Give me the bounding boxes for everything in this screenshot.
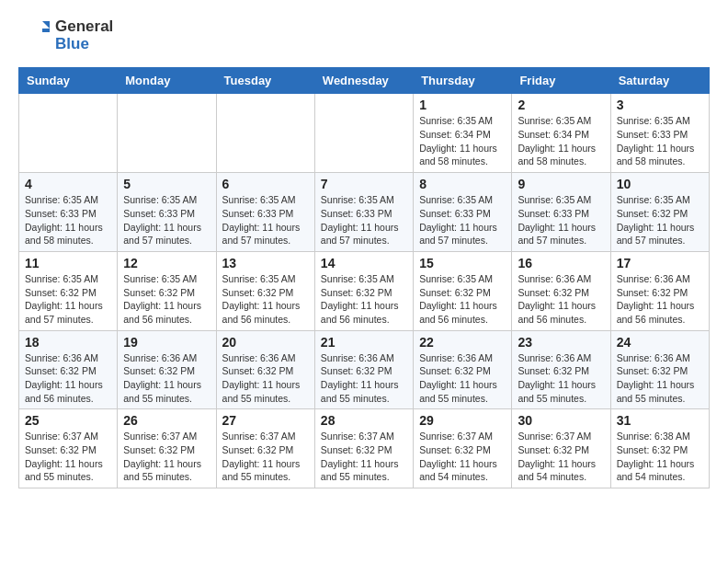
day-number: 29 (419, 413, 506, 428)
calendar-cell: 21Sunrise: 6:36 AM Sunset: 6:32 PM Dayli… (314, 330, 413, 409)
calendar-cell: 16Sunrise: 6:36 AM Sunset: 6:32 PM Dayli… (512, 251, 610, 330)
calendar-cell: 25Sunrise: 6:37 AM Sunset: 6:32 PM Dayli… (19, 409, 118, 488)
calendar-cell: 11Sunrise: 6:35 AM Sunset: 6:32 PM Dayli… (19, 251, 118, 330)
day-number: 11 (25, 256, 111, 270)
day-detail: Sunrise: 6:35 AM Sunset: 6:33 PM Dayligh… (222, 193, 309, 247)
day-number: 13 (222, 256, 309, 270)
day-detail: Sunrise: 6:35 AM Sunset: 6:33 PM Dayligh… (419, 193, 506, 247)
day-detail: Sunrise: 6:35 AM Sunset: 6:33 PM Dayligh… (25, 193, 111, 247)
day-number: 9 (518, 177, 604, 191)
calendar-cell: 29Sunrise: 6:37 AM Sunset: 6:32 PM Dayli… (414, 409, 512, 488)
day-detail: Sunrise: 6:35 AM Sunset: 6:32 PM Dayligh… (123, 272, 210, 327)
day-detail: Sunrise: 6:38 AM Sunset: 6:32 PM Dayligh… (617, 430, 703, 484)
logo: General Blue (18, 18, 113, 52)
day-detail: Sunrise: 6:37 AM Sunset: 6:32 PM Dayligh… (321, 430, 407, 484)
day-number: 23 (518, 335, 604, 350)
calendar-cell: 10Sunrise: 6:35 AM Sunset: 6:32 PM Dayli… (610, 173, 709, 252)
calendar-cell (118, 94, 216, 173)
day-number: 28 (321, 413, 407, 428)
calendar-cell: 15Sunrise: 6:35 AM Sunset: 6:32 PM Dayli… (414, 251, 512, 330)
day-number: 15 (419, 256, 506, 270)
day-detail: Sunrise: 6:35 AM Sunset: 6:33 PM Dayligh… (617, 114, 703, 168)
day-of-week-header: Friday (512, 68, 610, 94)
day-number: 31 (617, 413, 703, 428)
day-number: 4 (25, 177, 111, 191)
logo-svg (18, 19, 51, 52)
day-number: 10 (617, 177, 703, 191)
calendar-cell: 19Sunrise: 6:36 AM Sunset: 6:32 PM Dayli… (118, 330, 216, 409)
day-number: 30 (518, 413, 604, 428)
svg-rect-2 (42, 29, 50, 32)
day-detail: Sunrise: 6:37 AM Sunset: 6:32 PM Dayligh… (123, 430, 210, 484)
day-detail: Sunrise: 6:35 AM Sunset: 6:34 PM Dayligh… (419, 114, 506, 168)
calendar-cell: 5Sunrise: 6:35 AM Sunset: 6:33 PM Daylig… (118, 173, 216, 252)
calendar-cell: 27Sunrise: 6:37 AM Sunset: 6:32 PM Dayli… (216, 409, 314, 488)
calendar-cell: 24Sunrise: 6:36 AM Sunset: 6:32 PM Dayli… (610, 330, 709, 409)
day-detail: Sunrise: 6:35 AM Sunset: 6:33 PM Dayligh… (518, 193, 604, 247)
day-detail: Sunrise: 6:36 AM Sunset: 6:32 PM Dayligh… (419, 351, 506, 406)
calendar-cell: 1Sunrise: 6:35 AM Sunset: 6:34 PM Daylig… (414, 94, 512, 173)
day-detail: Sunrise: 6:36 AM Sunset: 6:32 PM Dayligh… (222, 351, 309, 406)
day-number: 26 (123, 413, 210, 428)
day-number: 19 (123, 335, 210, 350)
day-of-week-header: Thursday (414, 68, 512, 94)
calendar-cell: 14Sunrise: 6:35 AM Sunset: 6:32 PM Dayli… (314, 251, 413, 330)
day-number: 2 (518, 98, 604, 112)
calendar-cell (19, 94, 118, 173)
calendar-cell: 22Sunrise: 6:36 AM Sunset: 6:32 PM Dayli… (414, 330, 512, 409)
calendar-cell: 18Sunrise: 6:36 AM Sunset: 6:32 PM Dayli… (19, 330, 118, 409)
calendar-cell (216, 94, 314, 173)
day-number: 12 (123, 256, 210, 270)
calendar-cell: 23Sunrise: 6:36 AM Sunset: 6:32 PM Dayli… (512, 330, 610, 409)
day-number: 7 (321, 177, 407, 191)
day-number: 1 (419, 98, 506, 112)
calendar-cell: 3Sunrise: 6:35 AM Sunset: 6:33 PM Daylig… (610, 94, 709, 173)
day-detail: Sunrise: 6:35 AM Sunset: 6:32 PM Dayligh… (419, 272, 506, 327)
calendar-cell: 31Sunrise: 6:38 AM Sunset: 6:32 PM Dayli… (610, 409, 709, 488)
day-of-week-header: Monday (118, 68, 216, 94)
calendar-cell: 12Sunrise: 6:35 AM Sunset: 6:32 PM Dayli… (118, 251, 216, 330)
calendar-cell: 28Sunrise: 6:37 AM Sunset: 6:32 PM Dayli… (314, 409, 413, 488)
day-number: 24 (617, 335, 703, 350)
day-detail: Sunrise: 6:36 AM Sunset: 6:32 PM Dayligh… (518, 351, 604, 406)
calendar-cell: 30Sunrise: 6:37 AM Sunset: 6:32 PM Dayli… (512, 409, 610, 488)
day-detail: Sunrise: 6:37 AM Sunset: 6:32 PM Dayligh… (518, 430, 604, 484)
logo-blue-text: Blue (55, 36, 113, 53)
calendar-cell: 7Sunrise: 6:35 AM Sunset: 6:33 PM Daylig… (314, 173, 413, 252)
day-detail: Sunrise: 6:36 AM Sunset: 6:32 PM Dayligh… (123, 351, 210, 406)
day-number: 27 (222, 413, 309, 428)
day-detail: Sunrise: 6:36 AM Sunset: 6:32 PM Dayligh… (518, 272, 604, 327)
day-number: 6 (222, 177, 309, 191)
day-detail: Sunrise: 6:35 AM Sunset: 6:33 PM Dayligh… (321, 193, 407, 247)
day-number: 16 (518, 256, 604, 270)
day-detail: Sunrise: 6:35 AM Sunset: 6:32 PM Dayligh… (25, 272, 111, 327)
day-number: 21 (321, 335, 407, 350)
logo-general-text: General (55, 18, 113, 36)
day-detail: Sunrise: 6:36 AM Sunset: 6:32 PM Dayligh… (25, 351, 111, 406)
calendar-cell: 17Sunrise: 6:36 AM Sunset: 6:32 PM Dayli… (610, 251, 709, 330)
day-detail: Sunrise: 6:35 AM Sunset: 6:33 PM Dayligh… (123, 193, 210, 247)
day-detail: Sunrise: 6:37 AM Sunset: 6:32 PM Dayligh… (419, 430, 506, 484)
day-detail: Sunrise: 6:37 AM Sunset: 6:32 PM Dayligh… (222, 430, 309, 484)
day-detail: Sunrise: 6:35 AM Sunset: 6:32 PM Dayligh… (321, 272, 407, 327)
day-detail: Sunrise: 6:36 AM Sunset: 6:32 PM Dayligh… (617, 272, 703, 327)
day-detail: Sunrise: 6:36 AM Sunset: 6:32 PM Dayligh… (617, 351, 703, 406)
page-header: General Blue (18, 18, 710, 52)
day-number: 5 (123, 177, 210, 191)
day-number: 8 (419, 177, 506, 191)
day-of-week-header: Wednesday (314, 68, 413, 94)
day-detail: Sunrise: 6:35 AM Sunset: 6:32 PM Dayligh… (222, 272, 309, 327)
day-detail: Sunrise: 6:35 AM Sunset: 6:32 PM Dayligh… (617, 193, 703, 247)
day-number: 20 (222, 335, 309, 350)
calendar-cell: 20Sunrise: 6:36 AM Sunset: 6:32 PM Dayli… (216, 330, 314, 409)
day-number: 18 (25, 335, 111, 350)
calendar-cell: 2Sunrise: 6:35 AM Sunset: 6:34 PM Daylig… (512, 94, 610, 173)
day-number: 14 (321, 256, 407, 270)
day-number: 22 (419, 335, 506, 350)
calendar-cell: 13Sunrise: 6:35 AM Sunset: 6:32 PM Dayli… (216, 251, 314, 330)
day-detail: Sunrise: 6:36 AM Sunset: 6:32 PM Dayligh… (321, 351, 407, 406)
calendar-cell (314, 94, 413, 173)
day-number: 3 (617, 98, 703, 112)
day-of-week-header: Sunday (19, 68, 118, 94)
day-number: 17 (617, 256, 703, 270)
